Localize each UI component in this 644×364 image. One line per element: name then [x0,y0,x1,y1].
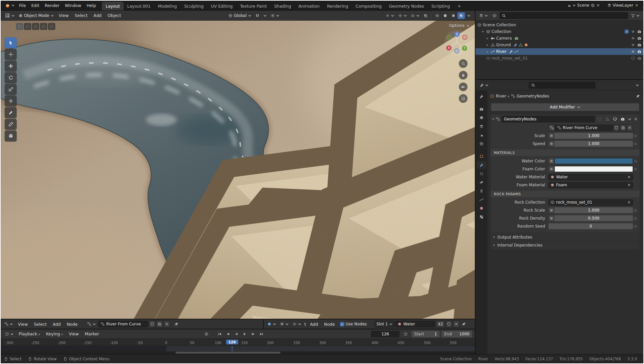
rock-scale-field[interactable]: 1.000 [554,207,633,213]
tool-annotate[interactable] [5,107,17,118]
edit-mode-toggle[interactable] [597,116,603,122]
proportional-edit-toggle[interactable] [269,13,281,18]
unlink-scene-button[interactable]: × [596,3,600,7]
decorator-dot[interactable] [633,209,638,212]
select-mode-invert-button[interactable] [40,23,47,30]
outliner-row-river[interactable]: ▸ River [476,48,643,55]
rock-collection-field[interactable]: rock_moss_set_01 × [548,199,633,206]
disclosure-icon[interactable]: ▸ [485,50,489,53]
outliner-row-scene-collection[interactable]: Scene Collection [476,22,643,28]
on-cage-toggle[interactable] [604,116,610,122]
transform-orientation-selector[interactable]: Global [227,13,253,19]
editor-type-button[interactable] [478,83,490,88]
tab-geometry-nodes[interactable]: Geometry Nodes [385,2,428,10]
hide-in-viewport-icon[interactable] [631,56,635,60]
select-mode-intersect-button[interactable] [48,23,55,30]
tab-object[interactable] [477,152,486,160]
rock-params-section-header[interactable]: ROCK PARAMS [490,191,640,197]
pan-button[interactable] [459,71,468,80]
tool-select-box[interactable] [5,37,17,48]
disable-in-render-icon[interactable] [637,43,641,47]
fake-user-button[interactable] [446,321,452,327]
xray-toggle[interactable] [422,13,429,18]
timeline-track[interactable] [1,346,475,351]
preview-range-toggle[interactable] [402,331,410,337]
tab-modifiers[interactable] [477,161,486,169]
users-count-button[interactable]: 42 [436,321,445,327]
menu-keying[interactable]: Keying ▾ [43,330,66,337]
menu-file[interactable]: File [16,2,29,9]
viewport-menu-select[interactable]: Select [72,12,90,19]
tab-layout-001[interactable]: Layout.001 [124,2,154,10]
pin-button[interactable] [460,321,468,327]
auto-keying-toggle[interactable] [202,331,210,337]
snap-toggle[interactable] [254,13,261,18]
snap-toggle[interactable] [278,321,290,327]
tab-object-data[interactable] [477,196,486,203]
shading-dropdown[interactable] [466,13,472,18]
mode-selector[interactable]: Object Mode [17,13,56,19]
tool-move[interactable] [5,61,17,72]
select-mode-new-button[interactable] [16,23,23,30]
node-menu-view[interactable]: View [15,321,31,328]
shading-solid-button[interactable] [442,12,449,19]
disclosure-icon[interactable]: ▸ [485,43,489,47]
hide-in-viewport-icon[interactable] [631,36,635,40]
expand-icon[interactable]: ▾ [492,118,494,121]
foam-material-field[interactable]: Foam × [548,182,633,188]
unlink-collection-button[interactable]: × [627,200,631,204]
tab-layout[interactable]: Layout [102,2,124,10]
shading-material-button[interactable] [450,12,457,19]
camera-view-button[interactable] [459,83,468,91]
unlink-node-group-button[interactable]: × [626,124,633,131]
browse-node-group-button[interactable] [548,124,555,131]
modifier-name-field[interactable]: GeometryNodes [501,116,595,122]
display-mode-button[interactable] [491,13,498,18]
play-reverse-button[interactable] [232,331,240,337]
use-nodes-checkbox[interactable]: ✓ Use Nodes [338,321,369,327]
play-button[interactable] [241,331,249,337]
remove-modifier-button[interactable]: × [634,117,638,121]
filter-dropdown[interactable] [629,13,641,18]
tab-scripting[interactable]: Scripting [428,2,454,10]
viewport-options-dropdown[interactable]: Options [449,23,470,28]
menu-render[interactable]: Render [42,2,62,9]
clipped-menu[interactable]: t [304,321,307,328]
new-node-tree-button[interactable] [156,321,163,327]
tab-animation[interactable]: Animation [295,2,323,10]
hide-in-viewport-icon[interactable] [631,50,635,54]
disclosure-icon[interactable]: ▾ [481,30,485,33]
tab-render[interactable] [477,105,486,113]
remove-viewlayer-button[interactable]: × [635,3,639,7]
current-frame-field[interactable]: 126 [371,331,400,337]
viewport-scene[interactable] [1,21,475,319]
outliner-search-input[interactable] [507,13,626,18]
frame-start-field[interactable]: Start1 [412,331,440,337]
material-name-field[interactable]: Water [395,321,435,327]
navigation-gizmo[interactable]: Z X Y [444,29,470,56]
outliner-row-camera[interactable]: ▸ Camera [476,35,643,42]
tool-measure[interactable] [5,119,17,130]
snap-settings-dropdown[interactable] [262,13,268,18]
output-attributes-panel[interactable]: ▸ Output Attributes [490,233,640,241]
attribute-toggle-icon[interactable] [548,215,554,221]
menu-help[interactable]: Help [84,2,99,9]
water-color-swatch[interactable] [554,158,633,164]
unlink-node-tree-button[interactable]: × [163,321,170,327]
scale-value-field[interactable]: 1.000 [554,133,633,139]
outliner-row-collection[interactable]: ▾ Collection ✓ [476,28,643,35]
select-mode-extend-button[interactable] [24,23,31,30]
shader-menu-add[interactable]: Add [307,321,321,328]
viewport-menu-add[interactable]: Add [91,12,104,19]
gizmos-dropdown[interactable] [397,13,409,18]
unlink-material-button[interactable]: × [453,321,460,327]
timeline-scrollbar[interactable] [1,351,475,354]
copy-node-group-button[interactable] [620,124,626,131]
internal-dependencies-panel[interactable]: ▸ Internal Dependencies [490,241,640,249]
tab-material[interactable] [477,204,486,212]
node-menu-add[interactable]: Add [50,321,63,328]
tool-add-cube[interactable] [5,130,17,141]
tab-rendering[interactable]: Rendering [323,2,352,10]
playhead-badge[interactable]: 126 [226,340,238,344]
viewlayer-selector[interactable]: ViewLayer × [605,2,641,8]
